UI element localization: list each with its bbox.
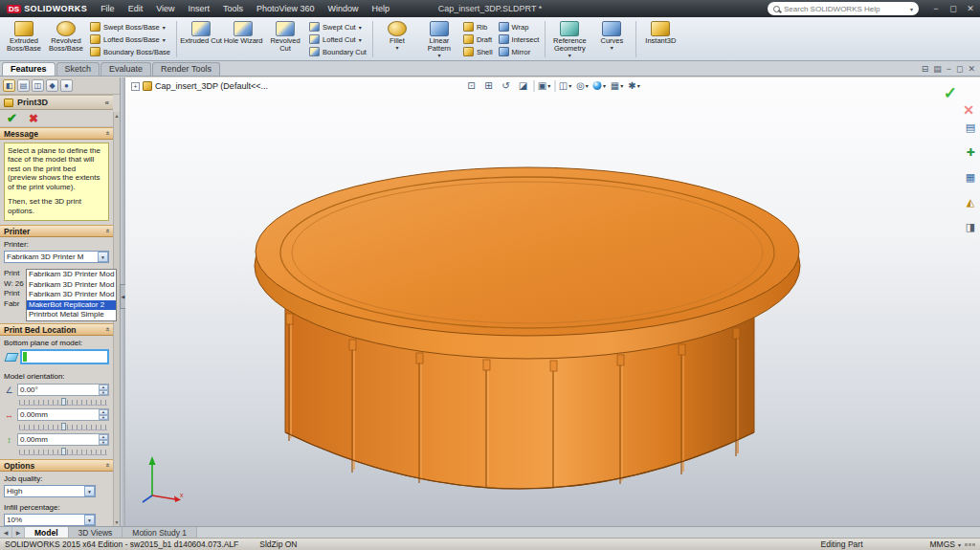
instant3d-button[interactable]: Instant3D [639, 19, 681, 59]
spin-down-icon[interactable]: ▼ [99, 415, 108, 421]
resources-tab-icon[interactable]: ▤ [963, 120, 978, 135]
printer-option[interactable]: Fabrikam 3D Printer Mod [27, 270, 116, 280]
section-view-button[interactable]: ◪ [516, 78, 530, 93]
dimxpert-tab-icon[interactable]: ◆ [46, 79, 58, 92]
hole-wizard-button[interactable]: Hole Wizard [222, 19, 264, 59]
tab-sketch[interactable]: Sketch [56, 62, 100, 76]
cancel-button[interactable]: ✖ [29, 112, 38, 125]
job-quality-combobox[interactable]: High ▼ [4, 485, 96, 497]
menu-view[interactable]: View [149, 0, 181, 17]
linear-pattern-button[interactable]: Linear Pattern ▾ [418, 19, 460, 59]
revolved-boss-base-button[interactable]: Revolved Boss/Base [45, 19, 87, 59]
offset-x-input[interactable]: 0.00mm ▲ ▼ [17, 408, 109, 421]
confirm-ok-icon[interactable]: ✓ [944, 84, 957, 102]
extruded-boss-base-button[interactable]: Extruded Boss/Base [3, 19, 45, 59]
extruded-cut-button[interactable]: Extruded Cut [180, 19, 222, 59]
previous-view-button[interactable]: ↺ [499, 78, 513, 93]
curves-button[interactable]: Curves ▾ [590, 19, 633, 59]
property-manager-tab-icon[interactable]: ▤ [17, 79, 30, 92]
boundary-cut-button[interactable]: Boundary Cut [309, 46, 367, 57]
feature-tree-root-label[interactable]: Cap_insert_3DP (Default<<... [155, 81, 268, 91]
combobox-arrow-icon[interactable]: ▼ [98, 252, 108, 262]
scroll-down-icon[interactable]: ▼ [115, 519, 120, 525]
file-explorer-tab-icon[interactable]: ▦ [963, 169, 978, 185]
display-manager-tab-icon[interactable]: ● [60, 79, 73, 92]
swept-boss-button[interactable]: Swept Boss/Base ▾ [90, 21, 170, 33]
close-button[interactable]: ✕ [964, 4, 977, 13]
lofted-cut-button[interactable]: Lofted Cut ▾ [309, 33, 367, 45]
close-doc-icon[interactable]: ✕ [968, 64, 975, 74]
zoom-area-button[interactable]: ⊞ [481, 78, 496, 93]
offset-y-slider[interactable] [19, 448, 107, 455]
tab-evaluate[interactable]: Evaluate [100, 62, 151, 76]
help-search-input[interactable]: Search SOLIDWORKS Help ▾ [768, 2, 919, 15]
model-canvas[interactable] [125, 77, 980, 526]
ok-button[interactable]: ✔ [7, 111, 17, 125]
angle-slider[interactable] [19, 398, 107, 406]
restore-button[interactable]: ◻ [947, 4, 960, 13]
appearances-tab-icon[interactable]: ◭ [963, 194, 978, 209]
split-pane-icon[interactable]: ⊟ [922, 64, 929, 74]
mirror-button[interactable]: Mirror [499, 46, 540, 57]
apply-scene-button[interactable]: ▦▾ [610, 78, 624, 93]
combobox-arrow-icon[interactable]: ▼ [84, 515, 95, 525]
intersect-button[interactable]: Intersect [499, 33, 540, 45]
revolved-cut-button[interactable]: Revolved Cut [264, 19, 306, 59]
menu-photoview[interactable]: PhotoView 360 [250, 0, 321, 17]
minimize-doc-icon[interactable]: − [947, 64, 951, 74]
options-section-header[interactable]: Options « [0, 459, 113, 472]
zoom-fit-button[interactable]: ⊡ [464, 78, 479, 93]
confirm-cancel-icon[interactable]: ✕ [963, 102, 974, 118]
design-library-tab-icon[interactable]: ✚ [963, 144, 978, 160]
search-dropdown-icon[interactable]: ▾ [910, 6, 913, 12]
restore-doc-icon[interactable]: ◻ [956, 64, 963, 74]
infill-combobox[interactable]: 10% ▼ [4, 514, 96, 526]
menu-edit[interactable]: Edit [122, 0, 150, 17]
tab-render-tools[interactable]: Render Tools [152, 62, 220, 76]
fillet-button[interactable]: Fillet ▾ [376, 19, 418, 59]
tab-scroll-right-icon[interactable]: ▶ [12, 527, 25, 538]
menu-window[interactable]: Window [321, 0, 365, 17]
printer-option-selected[interactable]: MakerBot Replicator 2 [27, 300, 116, 311]
print-bed-location-section-header[interactable]: Print Bed Location « [0, 323, 113, 336]
menu-help[interactable]: Help [365, 0, 396, 17]
lofted-boss-button[interactable]: Lofted Boss/Base ▾ [90, 33, 170, 45]
shell-button[interactable]: Shell [463, 46, 493, 57]
printer-combobox[interactable]: Fabrikam 3D Printer M ▼ [4, 251, 109, 263]
menu-file[interactable]: File [94, 0, 122, 17]
collapse-panel-icon[interactable]: « [105, 99, 109, 107]
units-selector[interactable]: MMGS ▾ [930, 539, 961, 549]
rib-button[interactable]: Rib [463, 21, 493, 33]
tab-motion-study[interactable]: Motion Study 1 [122, 527, 197, 538]
expand-tree-icon[interactable]: + [131, 82, 140, 91]
offset-y-input[interactable]: 0.00mm ▲ ▼ [17, 433, 109, 446]
configuration-manager-tab-icon[interactable]: ◫ [32, 79, 44, 92]
boundary-boss-button[interactable]: Boundary Boss/Base [90, 46, 170, 57]
hide-show-items-button[interactable]: ◎▾ [575, 78, 590, 93]
angle-input[interactable]: 0.00° ▲ ▼ [17, 384, 109, 396]
slider-thumb[interactable] [61, 398, 66, 406]
feature-manager-tab-icon[interactable]: ◧ [3, 79, 15, 92]
slider-thumb[interactable] [61, 423, 66, 430]
spin-down-icon[interactable]: ▼ [99, 440, 108, 446]
model-top-face[interactable] [256, 167, 799, 336]
printer-option[interactable]: Fabrikam 3D Printer Mod [27, 290, 116, 300]
view-orientation-button[interactable]: ▣▾ [537, 78, 551, 93]
menu-tools[interactable]: Tools [216, 0, 250, 17]
spin-down-icon[interactable]: ▼ [99, 390, 108, 396]
custom-properties-tab-icon[interactable]: ◨ [963, 219, 978, 234]
plane-selection-box[interactable] [20, 349, 109, 364]
tab-model[interactable]: Model [25, 527, 69, 538]
minimize-button[interactable]: − [929, 4, 943, 13]
reference-geometry-button[interactable]: Reference Geometry ▾ [548, 19, 590, 59]
edit-appearance-button[interactable]: ▾ [592, 78, 607, 93]
slider-thumb[interactable] [61, 448, 66, 455]
menu-insert[interactable]: Insert [182, 0, 217, 17]
wrap-button[interactable]: Wrap [499, 21, 540, 33]
view-settings-button[interactable]: ✱▾ [627, 78, 641, 93]
offset-x-slider[interactable] [19, 423, 107, 430]
viewport-layout-icon[interactable]: ▤ [933, 64, 942, 74]
printer-section-header[interactable]: Printer « [0, 225, 113, 237]
display-style-button[interactable]: ◫▾ [558, 78, 572, 93]
message-section-header[interactable]: Message « [0, 127, 113, 140]
